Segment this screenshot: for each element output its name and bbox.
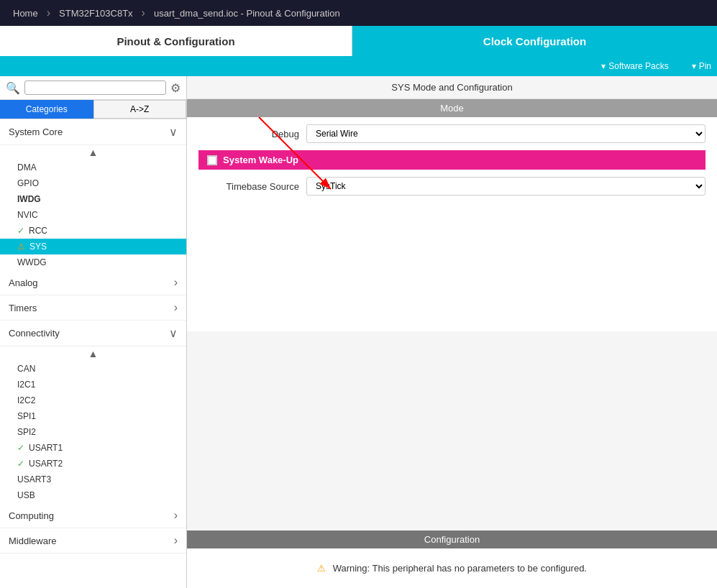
breadcrumb-home[interactable]: Home [6, 5, 45, 22]
connectivity-scroll-up-arrow[interactable]: ▲ [88, 348, 99, 359]
chevron-down-icon: ▾ [601, 61, 606, 71]
sub-tab-software-packs[interactable]: ▾ Software Packs [590, 61, 680, 71]
computing-label: Computing [9, 510, 54, 521]
breadcrumb-arrow-1: › [47, 6, 50, 19]
item-can[interactable]: CAN [0, 361, 186, 377]
item-rcc[interactable]: ✓ RCC [0, 223, 186, 239]
item-usart3[interactable]: USART3 [0, 472, 186, 487]
item-usart2[interactable]: ✓ USART2 [0, 456, 186, 472]
analog-label: Analog [9, 277, 37, 288]
category-connectivity[interactable]: Connectivity ∨ [0, 321, 186, 346]
tab-pinout[interactable]: Pinout & Configuration [0, 26, 352, 56]
nvic-label: NVIC [17, 210, 38, 220]
connectivity-scroll-up[interactable]: ▲ [0, 346, 186, 361]
sub-tabs: ▾ Software Packs ▾ Pin [0, 56, 717, 76]
mode-content: Debug Serial Wire No Debug JTAG (5 pins)… [187, 117, 717, 331]
sidebar-search: 🔍 ⚙ [0, 76, 186, 100]
config-body: ⚠ Warning: This peripheral has no parame… [187, 548, 717, 588]
system-core-label: System Core [9, 127, 63, 137]
system-core-expand-icon: ∨ [169, 125, 178, 139]
item-i2c1[interactable]: I2C1 [0, 377, 186, 392]
warning-icon: ⚠ [317, 563, 326, 574]
iwdg-label: IWDG [17, 194, 41, 204]
item-sys[interactable]: ⚠ SYS [0, 239, 186, 254]
content-title: SYS Mode and Configuration [187, 76, 717, 99]
dma-label: DMA [17, 162, 37, 173]
usart1-label: USART1 [29, 443, 63, 453]
can-label: CAN [17, 364, 35, 374]
tab-categories[interactable]: Categories [0, 100, 93, 119]
tab-clock[interactable]: Clock Configuration [352, 26, 717, 56]
item-nvic[interactable]: NVIC [0, 207, 186, 223]
breadcrumb-file[interactable]: usart_dma_send.ioc - Pinout & Configurat… [147, 5, 347, 22]
timebase-select[interactable]: SysTick TIM1 TIM2 [306, 177, 705, 196]
item-i2c2[interactable]: I2C2 [0, 392, 186, 408]
rcc-label: RCC [29, 226, 47, 236]
sidebar: 🔍 ⚙ Categories A->Z System Core ∨ ▲ DMA [0, 76, 187, 588]
wwdg-label: WWDG [17, 257, 47, 267]
category-computing[interactable]: Computing › [0, 503, 186, 528]
i2c2-label: I2C2 [17, 395, 35, 405]
timers-label: Timers [9, 303, 37, 313]
category-system-core[interactable]: System Core ∨ [0, 119, 186, 145]
software-packs-label: Software Packs [608, 61, 668, 71]
spacer [187, 331, 717, 531]
gpio-label: GPIO [17, 178, 39, 188]
debug-row: Debug Serial Wire No Debug JTAG (5 pins)… [198, 124, 705, 143]
rcc-check-icon: ✓ [17, 226, 24, 236]
analog-expand-icon: › [174, 276, 178, 289]
middleware-expand-icon: › [174, 534, 178, 547]
item-iwdg[interactable]: IWDG [0, 191, 186, 207]
usart1-check-icon: ✓ [17, 443, 24, 453]
connectivity-items: ▲ CAN I2C1 I2C2 SPI1 SPI2 ✓ [0, 346, 186, 503]
item-spi1[interactable]: SPI1 [0, 408, 186, 424]
warning-text: Warning: This peripheral has no paramete… [333, 563, 587, 574]
item-dma[interactable]: DMA [0, 160, 186, 175]
search-input[interactable] [24, 81, 166, 95]
usart3-label: USART3 [17, 474, 51, 484]
category-analog[interactable]: Analog › [0, 270, 186, 295]
mode-header: Mode [187, 99, 717, 117]
gear-icon[interactable]: ⚙ [170, 81, 181, 95]
breadcrumb-chip[interactable]: STM32F103C8Tx [52, 5, 140, 22]
usart2-check-icon: ✓ [17, 459, 24, 469]
search-icon[interactable]: 🔍 [6, 81, 20, 95]
usb-label: USB [17, 490, 35, 500]
tab-az[interactable]: A->Z [93, 100, 187, 119]
breadcrumb-bar: Home › STM32F103C8Tx › usart_dma_send.io… [0, 0, 717, 26]
category-timers[interactable]: Timers › [0, 295, 186, 321]
debug-select[interactable]: Serial Wire No Debug JTAG (5 pins) JTAG … [306, 124, 705, 143]
system-core-items: ▲ DMA GPIO IWDG NVIC ✓ RCC [0, 145, 186, 270]
timebase-label: Timebase Source [198, 181, 299, 192]
sys-label: SYS [29, 242, 47, 252]
usart2-label: USART2 [29, 459, 63, 469]
timebase-row: Timebase Source SysTick TIM1 TIM2 [198, 177, 705, 196]
timers-expand-icon: › [174, 301, 178, 314]
item-spi2[interactable]: SPI2 [0, 424, 186, 440]
scroll-up-btn[interactable]: ▲ [0, 145, 186, 160]
wakeup-checkbox[interactable] [207, 155, 217, 165]
sidebar-content: System Core ∨ ▲ DMA GPIO IWDG NVIC [0, 119, 186, 588]
item-wwdg[interactable]: WWDG [0, 254, 186, 270]
content-area: SYS Mode and Configuration Mode Debug Se… [187, 76, 717, 588]
sidebar-tabs: Categories A->Z [0, 100, 186, 119]
debug-label: Debug [198, 129, 299, 139]
middleware-label: Middleware [9, 536, 56, 546]
pin-label: Pin [699, 61, 711, 71]
category-middleware[interactable]: Middleware › [0, 528, 186, 553]
sub-tab-pin[interactable]: ▾ Pin [680, 61, 717, 71]
connectivity-expand-icon: ∨ [169, 326, 178, 340]
connectivity-label: Connectivity [9, 328, 60, 339]
item-usart1[interactable]: ✓ USART1 [0, 440, 186, 456]
spi1-label: SPI1 [17, 411, 36, 421]
top-tabs: Pinout & Configuration Clock Configurati… [0, 26, 717, 56]
i2c1-label: I2C1 [17, 380, 35, 390]
item-gpio[interactable]: GPIO [0, 175, 186, 191]
item-usb[interactable]: USB [0, 487, 186, 503]
main-layout: 🔍 ⚙ Categories A->Z System Core ∨ ▲ DMA [0, 76, 717, 588]
computing-expand-icon: › [174, 509, 178, 522]
breadcrumb-arrow-2: › [142, 6, 145, 19]
sys-warn-icon: ⚠ [17, 242, 25, 252]
wakeup-row: System Wake-Up [198, 150, 705, 170]
scroll-up-arrow[interactable]: ▲ [88, 147, 99, 158]
